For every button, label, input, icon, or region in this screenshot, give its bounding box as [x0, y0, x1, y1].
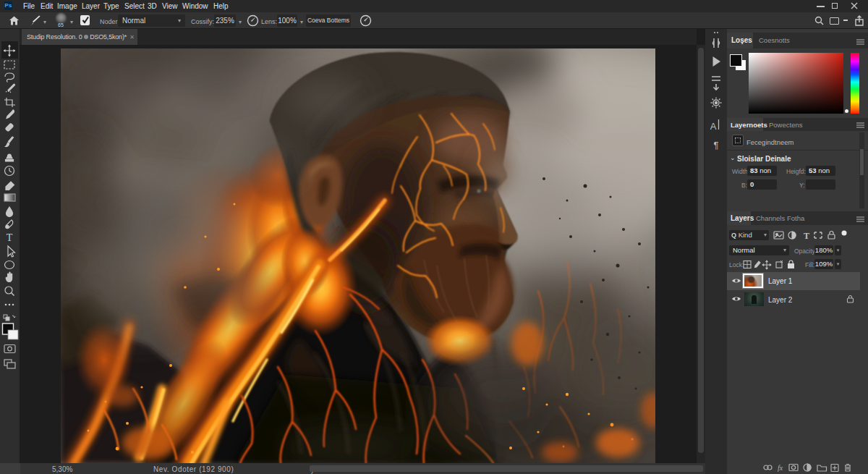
- svg-text:¶: ¶: [714, 140, 719, 151]
- svg-text:A: A: [710, 121, 717, 132]
- svg-text:fx: fx: [778, 464, 783, 472]
- svg-text:T: T: [7, 232, 13, 243]
- svg-text:T: T: [804, 231, 809, 241]
